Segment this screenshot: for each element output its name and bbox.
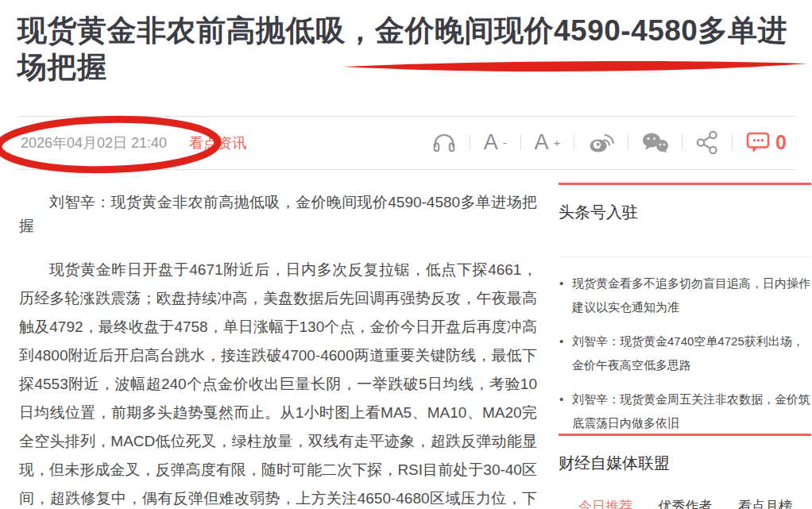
list-item[interactable]: 刘智辛：现货黄金周五关注非农数据，金价筑底震荡日内做多依旧	[559, 388, 811, 435]
font-decrease-sign: -	[503, 137, 507, 148]
article-body: 刘智辛：现货黄金非农前高抛低吸，金价晚间现价4590-4580多单进场把握 现货…	[19, 191, 537, 509]
toolbar-separator	[470, 134, 470, 150]
source-link[interactable]: 看点资讯	[189, 133, 246, 152]
toolbar-separator	[574, 134, 574, 150]
list-item-text: 现货黄金看多不追多切勿盲目追高，日内操作建议以实仓通知为准	[572, 276, 810, 314]
tab-today-recommend[interactable]: 今日推荐	[578, 497, 632, 509]
toolbar-separator	[732, 134, 733, 150]
font-increase-button[interactable]: A+	[534, 132, 560, 153]
toolbar-separator	[520, 134, 521, 150]
article-lead-paragraph: 刘智辛：现货黄金非农前高抛低吸，金价晚间现价4590-4580多单进场把握	[19, 191, 537, 238]
article-main-paragraph: 现货黄金昨日开盘于4671附近后，日内多次反复拉锯，低点下探4661，历经多轮涨…	[19, 256, 537, 509]
list-item-text: 刘智辛：现货黄金4740空单4725获利出场，金价午夜高空低多思路	[572, 334, 804, 372]
tab-monthly-rank[interactable]: 看点月榜	[738, 497, 792, 509]
sidebar-heading-alliance: 财经自媒体联盟	[559, 453, 811, 474]
weibo-share-icon[interactable]	[588, 131, 614, 153]
sidebar-headline-module: 头条号入驻 现货黄金看多不追多切勿盲目追高，日内操作建议以实仓通知为准 刘智辛：…	[559, 183, 811, 445]
font-increase-letter: A	[534, 132, 548, 153]
font-decrease-button[interactable]: A-	[484, 132, 507, 153]
publish-date: 2026年04月02日 21:40	[21, 133, 167, 152]
meta-row: 2026年04月02日 21:40 看点资讯	[21, 133, 246, 152]
share-icon[interactable]	[696, 130, 718, 154]
divider-below-meta	[19, 169, 796, 170]
tab-best-authors[interactable]: 优秀作者	[659, 497, 713, 509]
toolbar-separator	[628, 134, 628, 150]
wechat-share-icon[interactable]	[642, 132, 669, 153]
list-item[interactable]: 刘智辛：现货黄金4740空单4725获利出场，金价午夜高空低多思路	[559, 330, 811, 377]
toolbar-separator	[682, 134, 682, 150]
font-increase-sign: +	[553, 137, 560, 148]
sidebar-media-alliance-module: 财经自媒体联盟 今日推荐 优秀作者 看点月榜	[559, 434, 811, 509]
list-item-text: 刘智辛：现货黄金周五关注非农数据，金价筑底震荡日内做多依旧	[572, 392, 810, 430]
comment-count: 0	[775, 131, 787, 154]
sidebar-divider	[559, 256, 811, 257]
article-page: 现货黄金非农前高抛低吸，金价晚间现价4590-4580多单进场把握 2026年0…	[0, 0, 812, 509]
list-item[interactable]: 现货黄金看多不追多切勿盲目追高，日内操作建议以实仓通知为准	[559, 272, 811, 319]
sidebar-article-list: 现货黄金看多不追多切勿盲目追高，日内操作建议以实仓通知为准 刘智辛：现货黄金47…	[559, 272, 811, 435]
comment-icon	[746, 131, 771, 153]
article-toolbar: A- A+	[432, 128, 787, 156]
headphones-icon[interactable]	[432, 131, 456, 153]
sidebar-heading-toutiao: 头条号入驻	[559, 202, 811, 223]
font-decrease-letter: A	[484, 132, 498, 153]
divider-above-meta	[19, 116, 796, 117]
alliance-tabs: 今日推荐 优秀作者 看点月榜	[559, 497, 811, 509]
page-title: 现货黄金非农前高抛低吸，金价晚间现价4590-4580多单进场把握	[17, 13, 804, 86]
comment-button[interactable]: 0	[746, 131, 787, 154]
